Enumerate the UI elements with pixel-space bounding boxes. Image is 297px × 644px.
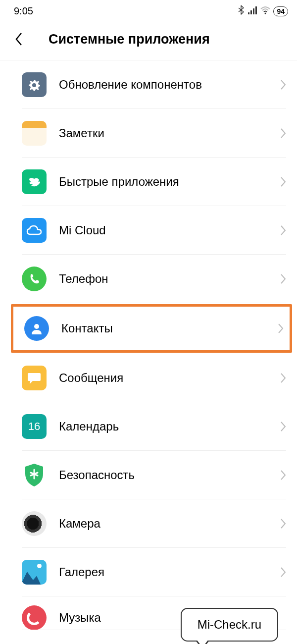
item-label: Контакты (61, 322, 278, 335)
chevron-right-icon (278, 323, 284, 334)
status-indicators: 94 (238, 5, 288, 17)
svg-rect-3 (255, 6, 257, 14)
phone-icon (22, 267, 47, 291)
chevron-right-icon (280, 470, 286, 481)
page-title: Системные приложения (49, 32, 210, 47)
chevron-right-icon (280, 567, 286, 578)
list-item-calendar[interactable]: 16 Календарь (0, 402, 297, 451)
battery-indicator: 94 (273, 6, 288, 16)
page-header: Системные приложения (0, 21, 297, 60)
svg-rect-0 (248, 12, 249, 14)
list-item-notes[interactable]: Заметки (0, 109, 297, 158)
back-button[interactable] (9, 29, 29, 49)
app-list: Обновление компонентов Заметки Быстрые п… (0, 60, 297, 630)
list-item-messages[interactable]: Сообщения (0, 354, 297, 402)
svg-point-6 (34, 324, 39, 329)
calendar-icon: 16 (22, 414, 47, 439)
item-label: Телефон (59, 272, 280, 286)
svg-rect-1 (250, 10, 252, 14)
list-item-micloud[interactable]: Mi Cloud (0, 206, 297, 255)
list-item-security[interactable]: Безопасность (0, 451, 297, 499)
signal-icon (248, 5, 257, 17)
chevron-right-icon (280, 273, 286, 284)
item-label: Mi Cloud (59, 223, 280, 237)
item-label: Заметки (59, 126, 280, 140)
chevron-right-icon (280, 518, 286, 529)
list-item-updates[interactable]: Обновление компонентов (0, 60, 297, 109)
item-label: Сообщения (59, 371, 280, 385)
svg-point-5 (32, 83, 36, 87)
message-icon (22, 366, 47, 390)
person-icon (24, 316, 49, 341)
camera-icon (22, 511, 47, 536)
calendar-day: 16 (28, 420, 40, 433)
list-item-camera[interactable]: Камера (0, 499, 297, 548)
gear-icon (22, 72, 47, 97)
gallery-icon (22, 560, 47, 585)
list-item-contacts[interactable]: Контакты (11, 304, 292, 353)
item-label: Быстрые приложения (59, 175, 280, 189)
chevron-right-icon (280, 421, 286, 432)
cloud-icon (22, 218, 47, 243)
chevron-left-icon (14, 32, 23, 47)
chevron-right-icon (280, 79, 286, 90)
chevron-right-icon (280, 373, 286, 383)
status-time: 9:05 (14, 5, 33, 17)
shield-icon (22, 463, 47, 487)
list-item-phone[interactable]: Телефон (0, 255, 297, 303)
item-label: Обновление компонентов (59, 78, 280, 92)
chevron-right-icon (280, 225, 286, 236)
tooltip-callout: Mi-Check.ru (181, 608, 278, 642)
list-item-quickapps[interactable]: Быстрые приложения (0, 158, 297, 206)
list-item-gallery[interactable]: Галерея (0, 548, 297, 596)
tooltip-text: Mi-Check.ru (198, 618, 261, 631)
svg-rect-2 (253, 8, 254, 14)
item-label: Безопасность (59, 468, 280, 482)
music-icon (22, 605, 47, 630)
status-bar: 9:05 94 (0, 0, 297, 21)
bird-icon (22, 169, 47, 194)
notes-icon (22, 121, 47, 146)
wifi-icon (260, 5, 270, 17)
bluetooth-icon (238, 5, 245, 17)
svg-point-4 (265, 13, 266, 14)
chevron-right-icon (280, 128, 286, 139)
item-label: Календарь (59, 420, 280, 433)
chevron-right-icon (280, 176, 286, 187)
item-label: Галерея (59, 565, 280, 579)
item-label: Камера (59, 517, 280, 531)
